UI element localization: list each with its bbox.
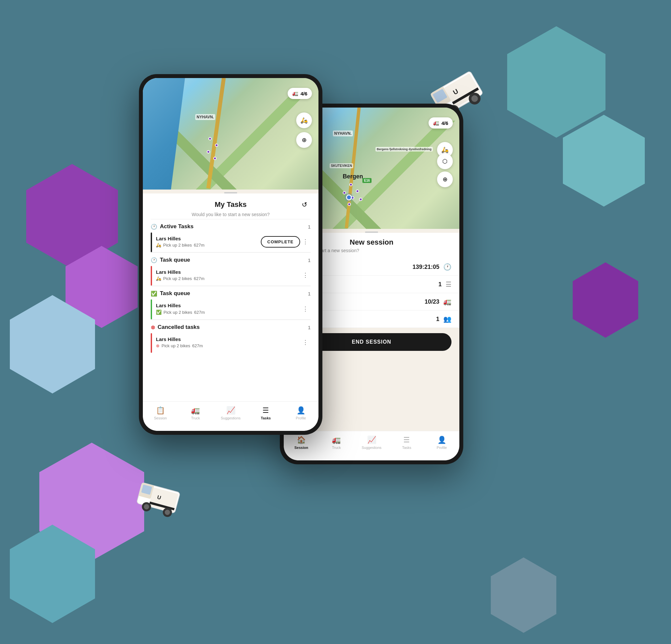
- session-icon: 📋: [156, 406, 165, 415]
- nav-tasks-label: Tasks: [261, 416, 271, 420]
- truck-count: 4/6: [301, 91, 307, 96]
- queue-1-border: [151, 266, 152, 286]
- session-tasks-icon: ☰: [446, 280, 452, 288]
- more-options-btn-4[interactable]: ⋮: [300, 337, 311, 348]
- back-nyhavn-label: NYHAVN.: [333, 131, 353, 136]
- clock-icon-2: 🕐: [151, 257, 157, 263]
- refresh-btn[interactable]: ↺: [299, 199, 311, 211]
- task-queue-2-count: 1: [308, 291, 311, 296]
- map-water: [143, 78, 213, 189]
- back-nav-truck[interactable]: 🚛 Truck: [319, 434, 354, 451]
- more-options-btn-3[interactable]: ⋮: [300, 304, 311, 314]
- session-load-icon: 🚛: [443, 298, 452, 306]
- phones-wrapper: NYHAVN. 🚛 4/6 🛵 ⊕ My Tasks: [123, 54, 548, 612]
- back-nav-session-label: Session: [294, 446, 308, 449]
- back-map-dot-1: [349, 183, 353, 186]
- back-map-dot-6: [347, 203, 351, 206]
- active-task-name: Lars Hilles: [156, 236, 261, 242]
- task-queue-2-section: ✅ Task queue 1 Lars Hilles ✅: [143, 286, 318, 319]
- cancelled-icon: ⊗: [156, 343, 160, 348]
- session-clock-icon: 🕐: [443, 263, 452, 271]
- bike-icon: 🛵: [156, 243, 161, 248]
- active-task-info: Lars Hilles 🛵 Pick up 2 bikes 627m: [156, 236, 261, 248]
- cancelled-task-dist: 627m: [192, 343, 203, 348]
- map-dot-4: [213, 157, 217, 160]
- task-queue-2-header: ✅ Task queue 1: [151, 286, 311, 299]
- check-circle-icon: ✅: [151, 290, 157, 297]
- hex-teal-right: [563, 115, 645, 207]
- session-time-value: 139:21:05: [413, 264, 439, 271]
- tasks-scroll-area: 🕐 Active Tasks 1 Lars Hilles 🛵: [143, 219, 318, 401]
- nav-session-label: Session: [154, 416, 167, 420]
- back-nav-profile[interactable]: 👤 Profile: [424, 434, 459, 451]
- active-tasks-header: 🕐 Active Tasks 1: [151, 219, 311, 233]
- back-location-btn[interactable]: ⊕: [437, 172, 453, 187]
- clock-icon: 🕐: [151, 224, 157, 230]
- location-dot: [346, 195, 352, 200]
- back-map-dot-5: [359, 198, 362, 201]
- back-nav-tasks[interactable]: ☰ Tasks: [389, 434, 424, 451]
- active-tasks-title: 🕐 Active Tasks: [151, 223, 194, 230]
- back-map-dot-2: [356, 189, 359, 193]
- cancelled-task-name: Lars Hilles: [156, 336, 300, 342]
- active-task-border: [151, 233, 152, 252]
- active-tasks-count: 1: [308, 224, 311, 230]
- queue-2-task-desc: Pick up 2 bikes: [164, 310, 192, 315]
- nav-truck[interactable]: 🚛 Truck: [178, 405, 213, 421]
- back-suggestions-icon: 📈: [367, 436, 376, 444]
- queue-2-border: [151, 299, 152, 319]
- queue-2-task-dist: 627m: [194, 310, 205, 315]
- svg-rect-10: [137, 482, 180, 513]
- map-dot-1: [208, 137, 212, 140]
- profile-icon: 👤: [296, 406, 305, 415]
- map-nyhavn-label: NYHAVN.: [195, 114, 215, 120]
- nav-suggestions-label: Suggestions: [221, 416, 241, 420]
- x-circle-icon: ⊗: [151, 324, 155, 331]
- svg-rect-2: [432, 89, 447, 103]
- back-nav-suggestions[interactable]: 📈 Suggestions: [354, 434, 389, 451]
- task-queue-2-label: Task queue: [160, 290, 190, 297]
- map-dot-3: [207, 150, 210, 153]
- task-queue-1-section: 🕐 Task queue 1 Lars Hilles 🛵: [143, 252, 318, 286]
- nav-profile[interactable]: 👤 Profile: [283, 405, 318, 421]
- bike-mode-btn[interactable]: 🛵: [296, 112, 312, 128]
- tasks-header: My Tasks ↺: [143, 194, 318, 212]
- bike-red-icon: 🛵: [156, 276, 161, 281]
- back-nav-session[interactable]: 🏠 Session: [284, 434, 319, 451]
- back-map-dot-4: [343, 191, 346, 195]
- fjellstrekning-label: Bergens fjellstrekning dyrelivsfredning: [376, 147, 433, 151]
- cancelled-task-item-1: Lars Hilles ⊗ Pick up 2 bikes 627m ⋮: [151, 333, 311, 353]
- queue-1-task-desc: Pick up 2 bikes: [163, 276, 192, 281]
- map-dot-2: [215, 144, 218, 147]
- front-bottom-nav: 📋 Session 🚛 Truck 📈 Suggestions ☰ Tasks …: [143, 401, 318, 431]
- front-phone: NYHAVN. 🚛 4/6 🛵 ⊕ My Tasks: [139, 74, 322, 435]
- more-options-btn-2[interactable]: ⋮: [300, 270, 311, 280]
- location-btn[interactable]: ⊕: [296, 132, 312, 148]
- cancelled-task-detail: ⊗ Pick up 2 bikes 627m: [156, 343, 300, 348]
- queue-2-task-detail: ✅ Pick up 2 bikes 627m: [156, 310, 300, 315]
- nav-session[interactable]: 📋 Session: [143, 405, 178, 421]
- more-options-btn-1[interactable]: ⋮: [300, 236, 311, 247]
- complete-button[interactable]: COMPLETE: [261, 236, 300, 248]
- e16-badge: E16: [362, 178, 371, 183]
- queue-2-task-name: Lars Hilles: [156, 303, 300, 308]
- session-team-value: 1: [436, 316, 439, 323]
- svg-rect-13: [149, 487, 178, 512]
- back-profile-icon: 👤: [438, 436, 446, 444]
- nav-suggestions[interactable]: 📈 Suggestions: [213, 405, 248, 421]
- session-tasks-value: 1: [439, 281, 442, 288]
- cancelled-tasks-label: Cancelled tasks: [157, 324, 200, 331]
- active-task-desc: Pick up 2 bikes: [163, 243, 192, 248]
- queue-1-task-dist: 627m: [194, 276, 204, 281]
- front-phone-screen: NYHAVN. 🚛 4/6 🛵 ⊕ My Tasks: [143, 78, 318, 431]
- nav-truck-label: Truck: [191, 416, 200, 420]
- back-tasks-icon: ☰: [403, 436, 410, 444]
- session-load-value: 10/23: [425, 298, 439, 305]
- tasks-title: My Tasks: [215, 200, 246, 209]
- back-layers-btn[interactable]: ⬡: [437, 153, 453, 169]
- svg-rect-4: [452, 87, 479, 104]
- svg-point-7: [467, 90, 483, 107]
- svg-rect-12: [141, 485, 152, 495]
- svg-text:U: U: [156, 494, 162, 500]
- nav-tasks[interactable]: ☰ Tasks: [248, 405, 283, 421]
